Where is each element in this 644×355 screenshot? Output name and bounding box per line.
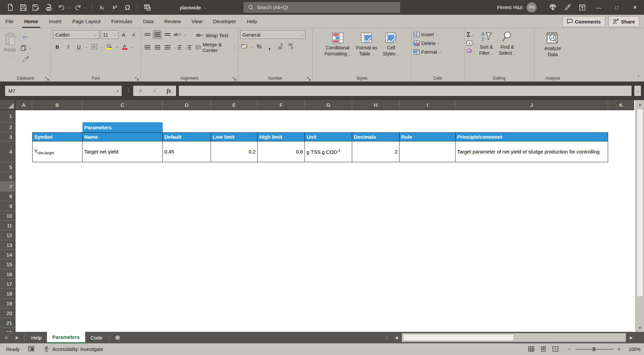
qat-customize-icon[interactable]: ⌄ xyxy=(155,2,160,13)
analyze-data-button[interactable]: AnalyzeData xyxy=(542,30,563,70)
ribbon-tab-view[interactable]: View xyxy=(186,15,208,28)
row-header-4[interactable]: 4 xyxy=(0,141,15,162)
horizontal-scrollbar[interactable] xyxy=(402,333,626,342)
cell-D3[interactable]: Default xyxy=(163,132,211,141)
new-sheet-icon[interactable]: ⊕ xyxy=(111,332,124,343)
zoom-level[interactable]: 100% xyxy=(625,347,641,352)
fill-color-dropdown-icon[interactable]: ⌄ xyxy=(116,45,118,48)
column-header-G[interactable]: G xyxy=(305,100,352,110)
row-header-7[interactable]: 7 xyxy=(0,182,15,191)
macro-record-icon[interactable] xyxy=(28,346,35,353)
row-header-11[interactable]: 11 xyxy=(0,221,15,230)
row-header-15[interactable]: 15 xyxy=(0,260,15,269)
close-button[interactable]: ✕ xyxy=(626,0,644,15)
cell-C2[interactable]: Parameters xyxy=(83,122,163,132)
column-header-I[interactable]: I xyxy=(399,100,455,110)
row-header-6[interactable]: 6 xyxy=(0,172,15,182)
row-header-17[interactable]: 17 xyxy=(0,279,15,289)
format-painter-button[interactable] xyxy=(19,54,32,63)
alignment-dialog-launcher[interactable] xyxy=(232,76,236,80)
new-file-icon[interactable] xyxy=(5,2,16,13)
subscript-button[interactable]: x₂ xyxy=(96,2,108,13)
font-dialog-launcher[interactable] xyxy=(135,76,139,80)
ribbon-tab-home[interactable]: Home xyxy=(19,15,44,28)
cell-H3[interactable]: Decimals xyxy=(352,132,399,141)
cell-E4[interactable]: 0.2 xyxy=(211,141,258,162)
form-properties-icon[interactable] xyxy=(142,2,153,13)
column-header-C[interactable]: C xyxy=(83,100,163,110)
cell-J4[interactable]: Target parameter of net yield of sludge … xyxy=(455,141,608,162)
cell-J3[interactable]: Principle/comment xyxy=(455,132,608,141)
premium-diamond-icon[interactable] xyxy=(545,0,560,15)
row-header-8[interactable]: 8 xyxy=(0,191,15,201)
accounting-format-button[interactable] xyxy=(240,42,249,51)
superscript-button[interactable]: x² xyxy=(109,2,120,13)
insert-function-icon[interactable]: fx xyxy=(167,88,171,94)
accounting-dropdown-icon[interactable]: ⌄ xyxy=(251,45,253,48)
row-header-1[interactable]: 1 xyxy=(0,110,15,122)
scroll-down-icon[interactable]: ▼ xyxy=(636,324,644,332)
sort-filter-button[interactable]: AZ Sort &Filter ⌄ xyxy=(477,30,496,70)
column-header-K[interactable]: K xyxy=(608,100,634,110)
row-header-22[interactable]: 22 xyxy=(0,328,15,332)
underline-button[interactable]: U xyxy=(74,42,83,51)
column-header-D[interactable]: D xyxy=(163,100,211,110)
user-name[interactable]: Ferenc Házi xyxy=(497,5,523,10)
orientation-dropdown-icon[interactable]: ⌄ xyxy=(183,33,186,36)
redo-icon[interactable] xyxy=(72,2,84,13)
sheet-tab-help[interactable]: Help xyxy=(26,332,47,343)
formula-input[interactable] xyxy=(178,85,632,96)
bold-button[interactable]: B xyxy=(53,42,62,51)
vertical-scroll-thumb[interactable] xyxy=(637,109,643,297)
format-as-table-button[interactable]: Format asTable ⌄ xyxy=(354,30,379,70)
cell-I4[interactable] xyxy=(399,141,455,162)
row-header-10[interactable]: 10 xyxy=(0,211,15,221)
wrap-text-button[interactable]: ab↩ Wrap Text xyxy=(196,30,236,40)
increase-font-icon[interactable]: Aˆ xyxy=(120,30,128,39)
cell-F4[interactable]: 0.8 xyxy=(258,141,305,162)
vertical-scrollbar[interactable]: ▲ ▼ xyxy=(635,100,644,332)
name-box[interactable]: M7▾ xyxy=(5,85,122,96)
row-header-5[interactable]: 5 xyxy=(0,162,15,172)
row-header-20[interactable]: 20 xyxy=(0,308,15,318)
align-left-button[interactable] xyxy=(143,43,152,52)
row-header-16[interactable]: 16 xyxy=(0,269,15,279)
comments-button[interactable]: Comments xyxy=(562,16,605,27)
collapse-ribbon-icon[interactable]: ⌃ xyxy=(637,75,640,79)
comma-style-button[interactable]: , xyxy=(265,42,274,51)
sheet-tab-code[interactable]: Code xyxy=(85,332,108,343)
clipboard-dialog-launcher[interactable] xyxy=(45,76,49,80)
row-header-3[interactable]: 3 xyxy=(0,132,15,141)
cancel-formula-icon[interactable]: ✕ xyxy=(138,88,143,94)
horizontal-scroll-thumb[interactable] xyxy=(403,334,514,341)
bottom-align-button[interactable] xyxy=(163,30,172,39)
underline-dropdown-icon[interactable]: ⌄ xyxy=(85,45,88,48)
zoom-slider-knob[interactable] xyxy=(593,347,595,351)
cell-B4[interactable]: Yobs,target xyxy=(32,141,83,162)
ribbon-display-options-icon[interactable] xyxy=(575,0,590,15)
cell-G4[interactable]: g TSS.g COD-1 xyxy=(305,141,352,162)
row-header-19[interactable]: 19 xyxy=(0,299,15,308)
column-header-J[interactable]: J xyxy=(455,100,608,110)
sheet-nav-right-icon[interactable]: ▶ xyxy=(11,332,23,343)
column-header-H[interactable]: H xyxy=(352,100,399,110)
symbol-omega-button[interactable]: Ω xyxy=(122,2,133,13)
italic-button[interactable]: I xyxy=(64,42,72,51)
font-size-select[interactable]: 11⌄ xyxy=(101,30,118,39)
hscroll-left-icon[interactable]: ◀ xyxy=(392,332,401,343)
undo-icon[interactable] xyxy=(56,2,67,13)
ribbon-tab-data[interactable]: Data xyxy=(138,15,159,28)
cell-D4[interactable]: 0.45 xyxy=(163,141,211,162)
paste-button[interactable]: Paste ⌄ xyxy=(2,30,18,70)
save-as-icon[interactable] xyxy=(30,2,42,13)
fill-button[interactable]: ⌄ xyxy=(467,41,476,46)
row-header-2[interactable]: 2 xyxy=(0,122,15,132)
increase-decimal-button[interactable]: ←0.00 xyxy=(276,42,284,51)
insert-cells-button[interactable]: Insert⌄ xyxy=(414,32,441,37)
clear-button[interactable]: ⌄ xyxy=(467,48,476,53)
ribbon-tab-page-layout[interactable]: Page Layout xyxy=(67,15,106,28)
conditional-formatting-button[interactable]: ConditionalFormatting ⌄ xyxy=(323,30,353,70)
row-header-13[interactable]: 13 xyxy=(0,240,15,250)
percent-style-button[interactable]: % xyxy=(255,42,264,51)
copy-dropdown-icon[interactable]: ⌄ xyxy=(29,46,32,50)
